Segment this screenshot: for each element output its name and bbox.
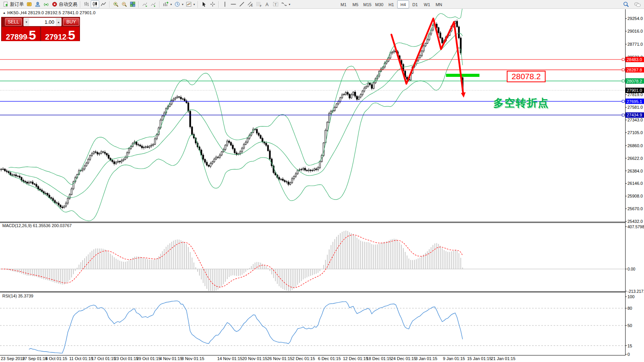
candle-body [121, 161, 122, 162]
zoom-out-button[interactable] [120, 0, 128, 8]
candle-body [153, 144, 154, 145]
chat-button[interactable] [633, 1, 642, 8]
date-label: 26 Nov 01:15 [267, 356, 292, 361]
date-label: 11 Oct 01:15 [69, 356, 93, 361]
date-label: 4 Oct 01:15 [45, 356, 67, 361]
candle-body [423, 46, 424, 51]
tile-windows-button[interactable] [128, 0, 137, 8]
timeframe-button-h4[interactable]: H4 [397, 0, 409, 8]
auto-scroll-button[interactable] [141, 0, 149, 8]
timeframe-button-mn[interactable]: MN [433, 0, 445, 8]
candle-body [45, 193, 46, 194]
indicators-button[interactable]: ▾ [161, 0, 173, 8]
horizontal-line-button[interactable] [229, 0, 238, 8]
timeframe-button-m1[interactable]: M1 [338, 0, 349, 8]
candle-body [328, 113, 329, 122]
arrows-icon [281, 1, 287, 7]
candle-body [456, 21, 458, 27]
candle-body [336, 104, 337, 107]
volume-stepper: ▼ 1.00 ▲ [23, 18, 62, 26]
candle-body [99, 153, 100, 154]
line-handle [622, 100, 624, 103]
price-tick-label: 27819.0 [627, 92, 643, 97]
candle-body [128, 149, 130, 153]
periods-button[interactable]: ▾ [173, 0, 185, 8]
volume-input[interactable]: 1.00 [29, 18, 56, 26]
candle-body [371, 85, 372, 88]
timeframe-button-d1[interactable]: D1 [409, 0, 421, 8]
candle-body [19, 176, 20, 177]
buy-button[interactable]: BUY [63, 18, 79, 26]
fibonacci-button[interactable]: F [255, 0, 263, 8]
candle-body [4, 169, 5, 171]
toolbar-separator [159, 1, 160, 8]
volume-increase-button[interactable]: ▲ [56, 18, 61, 26]
candle-body [84, 166, 85, 169]
date-label: 2 Dec 01:15 [292, 356, 315, 361]
autotrading-button[interactable]: 自动交易 [50, 0, 78, 8]
chart-shift-button[interactable] [149, 0, 158, 8]
search-icon [623, 1, 629, 8]
candle-body [188, 103, 189, 111]
price-tick-label: 26622.0 [627, 156, 643, 161]
timeframe-button-m15[interactable]: M15 [361, 0, 373, 8]
candle-body [266, 143, 267, 146]
price-tick-label: 28771.0 [627, 42, 643, 46]
price-tick-label: 26384.0 [627, 169, 643, 173]
candle-body [419, 56, 421, 58]
volume-decrease-button[interactable]: ▼ [24, 18, 29, 26]
turning-point-note[interactable]: 多空转折点 [493, 96, 549, 110]
zoom-in-button[interactable] [111, 0, 120, 8]
chart-canvas[interactable]: 29254.029016.028771.028523.028057.027819… [0, 0, 644, 362]
sell-button[interactable]: SELL [5, 18, 22, 26]
crosshair-button[interactable] [208, 0, 217, 8]
collapse-arrow-icon[interactable]: ▲ [3, 11, 6, 15]
price-badge-label: 28287.8 [627, 68, 642, 72]
candle-body [356, 96, 358, 99]
timeframe-button-m30[interactable]: M30 [373, 0, 385, 8]
cursor-button[interactable] [200, 0, 208, 8]
candle-body [0, 169, 2, 170]
line-handle [622, 69, 624, 71]
rsi-label: RSI(14) 35.3739 [2, 294, 33, 298]
candle-body [214, 159, 215, 162]
candlestick-chart-icon [92, 1, 98, 7]
candle-body [217, 157, 218, 158]
bar-chart-button[interactable] [82, 0, 91, 8]
candle-body [299, 170, 300, 170]
candle-body [330, 111, 331, 113]
price-callout-box[interactable]: 28078.2 [507, 71, 546, 82]
new-order-button[interactable]: 新订单 [2, 0, 25, 8]
candlestick-chart-button[interactable] [91, 0, 99, 8]
candle-body [171, 101, 172, 104]
vertical-line-button[interactable] [221, 0, 229, 8]
candle-body [303, 168, 304, 169]
toolbar-separator [198, 1, 198, 8]
candle-body [162, 116, 163, 120]
timeframe-button-h1[interactable]: H1 [385, 0, 397, 8]
address-book-button[interactable] [25, 0, 33, 8]
equidistant-channel-button[interactable]: E [246, 0, 255, 8]
candle-body [108, 155, 109, 158]
text-label-button[interactable]: T [271, 0, 280, 8]
search-button[interactable] [622, 1, 631, 8]
arrows-button[interactable]: ▾ [280, 0, 291, 8]
ask-price-box[interactable]: 27912.5 [41, 27, 79, 41]
zoom-out-icon [121, 1, 127, 7]
line-chart-button[interactable] [99, 0, 108, 8]
date-label: 23 Sep 2019 [1, 356, 25, 361]
text-button[interactable]: A [263, 0, 271, 8]
signals-button[interactable] [42, 0, 50, 8]
profile-button[interactable] [33, 0, 42, 8]
templates-button[interactable]: ▾ [185, 0, 196, 8]
candle-body [49, 195, 50, 198]
bid-price-box[interactable]: 27899.5 [2, 27, 40, 41]
candle-body [368, 83, 369, 86]
candle-body [228, 141, 230, 143]
candle-body [286, 182, 287, 182]
rsi-tick-label: 100 [627, 294, 634, 299]
timeframe-button-m5[interactable]: M5 [349, 0, 361, 8]
trendline-button[interactable] [238, 0, 246, 8]
candle-body [119, 161, 120, 162]
timeframe-button-w1[interactable]: W1 [421, 0, 433, 8]
